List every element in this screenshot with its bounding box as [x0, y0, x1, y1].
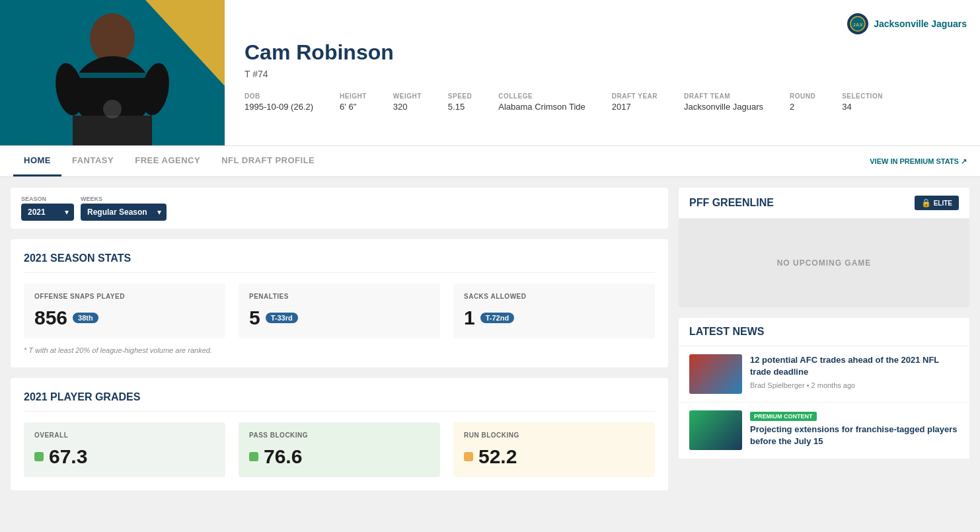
offense-snaps-value: 856 [34, 307, 67, 329]
news-thumb-1 [689, 354, 742, 394]
stat-footnote: * T with at least 20% of league-highest … [24, 346, 655, 354]
selection-label: SELECTION [842, 93, 883, 100]
run-label: RUN BLOCKING [464, 432, 644, 439]
weeks-filter-group: WEEKS Regular Season Week 1 Week 2 [81, 196, 167, 221]
player-header: Cam Robinson T #74 DOB 1995-10-09 (26.2)… [0, 0, 980, 146]
player-illustration [13, 7, 211, 145]
news-meta-1: Brad Spielberger • 2 months ago [750, 381, 959, 389]
greenline-title: PFF GREENLINE [689, 197, 774, 209]
pass-dot-icon [249, 452, 258, 461]
tab-free-agency[interactable]: FREE AGENCY [124, 146, 211, 176]
sacks-allowed-stat: SACKS ALLOWED 1 T-72nd [453, 284, 655, 338]
team-name: Jacksonville Jaguars [874, 19, 967, 29]
offense-snaps-rank: 38th [73, 313, 98, 323]
run-value: 52.2 [478, 445, 517, 468]
selection-value: 34 [842, 102, 851, 112]
player-grades-card: 2021 PLAYER GRADES OVERALL 67.3 PASS BLO… [11, 378, 668, 490]
dob-label: DOB [245, 93, 313, 100]
news-article-title-2: Projecting extensions for franchise-tagg… [750, 424, 959, 447]
svg-rect-3 [73, 73, 152, 78]
nav-tabs: HOME FANTASY FREE AGENCY NFL DRAFT PROFI… [0, 146, 980, 177]
overall-dot-icon [34, 452, 44, 461]
offense-snaps-value-row: 856 38th [34, 307, 215, 329]
bio-dob: DOB 1995-10-09 (26.2) [245, 93, 313, 112]
overall-grade: OVERALL 67.3 [24, 422, 225, 477]
grades-grid: OVERALL 67.3 PASS BLOCKING 76.6 RUN BLOC… [24, 422, 655, 477]
player-image-area [0, 0, 225, 145]
college-value: Alabama Crimson Tide [498, 102, 585, 112]
tab-fantasy[interactable]: FANTASY [61, 146, 124, 176]
height-label: HEIGHT [340, 93, 367, 100]
round-label: ROUND [790, 93, 815, 100]
bio-college: COLLEGE Alabama Crimson Tide [498, 93, 585, 112]
weight-label: WEIGHT [393, 93, 422, 100]
weeks-filter-label: WEEKS [81, 196, 167, 202]
stats-grid: OFFENSE SNAPS PLAYED 856 38th PENALTIES … [24, 284, 655, 338]
season-filter-label: SEASON [21, 196, 74, 202]
run-dot-icon [464, 452, 473, 461]
news-item-2[interactable]: PREMIUM CONTENT Projecting extensions fo… [679, 402, 969, 459]
sacks-allowed-rank: T-72nd [480, 313, 514, 323]
pass-label: PASS BLOCKING [249, 432, 430, 439]
player-name: Cam Robinson [245, 40, 967, 65]
offense-snaps-stat: OFFENSE SNAPS PLAYED 856 38th [24, 284, 225, 338]
news-content-1: 12 potential AFC trades ahead of the 202… [750, 354, 959, 389]
player-position: T #74 [245, 69, 967, 79]
overall-value: 67.3 [49, 445, 87, 468]
premium-badge: PREMIUM CONTENT [750, 412, 817, 421]
news-header: LATEST NEWS [679, 318, 969, 346]
penalties-rank: T-33rd [266, 313, 298, 323]
round-value: 2 [790, 102, 794, 112]
sacks-allowed-label: SACKS ALLOWED [464, 293, 644, 300]
run-blocking-grade: RUN BLOCKING 52.2 [453, 422, 655, 477]
sacks-allowed-value-row: 1 T-72nd [464, 307, 644, 329]
season-stats-title: 2021 SEASON STATS [24, 252, 655, 273]
weeks-select-wrapper: Regular Season Week 1 Week 2 [81, 204, 167, 221]
news-thumb-bg-1 [689, 354, 742, 394]
elite-badge: 🔒 ELITE [915, 196, 959, 210]
overall-value-row: 67.3 [34, 445, 215, 468]
college-label: COLLEGE [498, 93, 585, 100]
greenline-no-game: NO UPCOMING GAME [679, 219, 969, 307]
season-stats-card: 2021 SEASON STATS OFFENSE SNAPS PLAYED 8… [11, 239, 668, 367]
overall-label: OVERALL [34, 432, 215, 439]
filter-bar: SEASON 2021 2020 2019 WEEKS Regular Seas… [11, 188, 668, 229]
elite-label: ELITE [934, 200, 952, 207]
tab-home[interactable]: HOME [13, 146, 61, 176]
news-title: LATEST NEWS [689, 326, 764, 337]
news-thumb-bg-2 [689, 410, 742, 450]
bio-selection: SELECTION 34 [842, 93, 883, 112]
bio-weight: WEIGHT 320 [393, 93, 422, 112]
bio-speed: SPEED 5.15 [448, 93, 472, 112]
news-item-1[interactable]: 12 potential AFC trades ahead of the 202… [679, 346, 969, 402]
draft-year-label: DRAFT YEAR [612, 93, 658, 100]
jaguars-logo-svg: JAX [850, 16, 866, 32]
news-time-1: 2 months ago [811, 381, 856, 389]
pass-value-row: 76.6 [249, 445, 430, 468]
speed-value: 5.15 [448, 102, 465, 112]
news-thumb-2 [689, 410, 742, 450]
offense-snaps-label: OFFENSE SNAPS PLAYED [34, 293, 215, 300]
speed-label: SPEED [448, 93, 472, 100]
bio-draft-year: DRAFT YEAR 2017 [612, 93, 658, 112]
season-select[interactable]: 2021 2020 2019 [21, 204, 74, 221]
penalties-stat: PENALTIES 5 T-33rd [239, 284, 440, 338]
premium-stats-link[interactable]: VIEW IN PREMIUM STATS ↗ [870, 157, 967, 166]
pass-value: 76.6 [264, 445, 302, 468]
weeks-select[interactable]: Regular Season Week 1 Week 2 [81, 204, 167, 221]
penalties-label: PENALTIES [249, 293, 430, 300]
news-card: LATEST NEWS 12 potential AFC trades ahea… [679, 318, 969, 459]
svg-point-7 [103, 100, 122, 118]
news-author-1: Brad Spielberger [750, 381, 805, 389]
main-content: SEASON 2021 2020 2019 WEEKS Regular Seas… [0, 177, 980, 501]
tab-nfl-draft-profile[interactable]: NFL DRAFT PROFILE [211, 146, 325, 176]
sacks-allowed-value: 1 [464, 307, 475, 329]
news-content-2: PREMIUM CONTENT Projecting extensions fo… [750, 410, 959, 451]
news-separator-1: • [807, 381, 811, 389]
team-badge: JAX Jacksonville Jaguars [847, 13, 967, 34]
pass-blocking-grade: PASS BLOCKING 76.6 [239, 422, 440, 477]
news-article-title-1: 12 potential AFC trades ahead of the 202… [750, 354, 959, 378]
bio-height: HEIGHT 6' 6" [340, 93, 367, 112]
bio-draft-team: DRAFT TEAM Jacksonville Jaguars [684, 93, 763, 112]
season-filter-group: SEASON 2021 2020 2019 [21, 196, 74, 221]
